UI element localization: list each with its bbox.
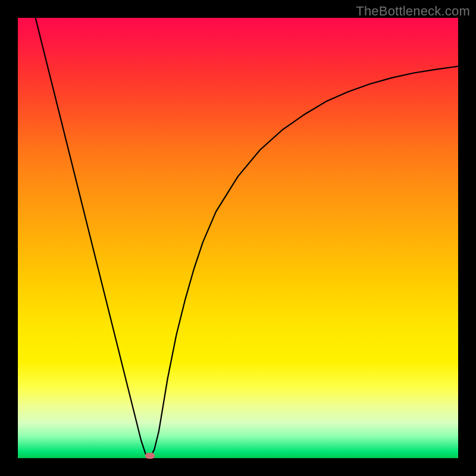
bottleneck-curve: [18, 18, 458, 458]
watermark-text: TheBottleneck.com: [356, 4, 470, 19]
optimum-marker: [145, 453, 155, 459]
chart-plot-area: [18, 18, 458, 458]
